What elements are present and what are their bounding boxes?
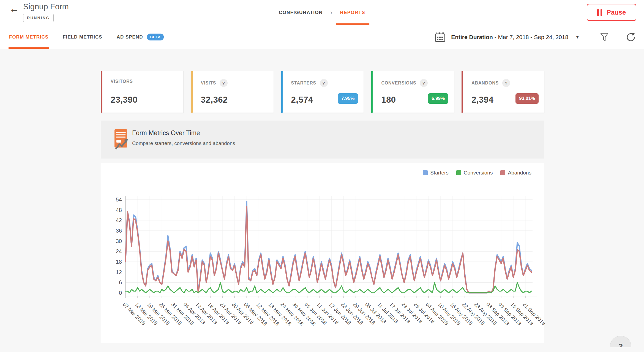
back-arrow-icon[interactable]: ←: [9, 4, 19, 14]
status-badge: RUNNING: [23, 14, 54, 22]
refresh-button[interactable]: [618, 25, 644, 49]
tab-field-metrics-label: FIELD METRICS: [63, 34, 102, 40]
metrics-line-chart: 07 Mar 201813 Mar 201819 Mar 201825 Mar …: [101, 163, 545, 343]
page-title: Signup Form: [23, 2, 69, 11]
tab-form-metrics[interactable]: FORM METRICS: [9, 25, 48, 49]
metrics-tabbar: FORM METRICS FIELD METRICS AD SPEND BETA…: [0, 25, 644, 49]
card-label: ABANDONS?: [471, 79, 510, 87]
date-range-text: Entire Duration - Mar 7, 2018 - Sep 24, …: [451, 34, 568, 40]
y-axis-label: 54: [116, 197, 122, 203]
percentage-badge: 93.01%: [515, 93, 539, 104]
card-value: 2,394: [471, 95, 493, 105]
tab-field-metrics[interactable]: FIELD METRICS: [63, 25, 102, 49]
help-question-icon[interactable]: ?: [320, 79, 328, 87]
y-axis-label: 36: [116, 228, 122, 234]
card-label-text: CONVERSIONS: [381, 81, 416, 86]
y-axis-label: 24: [116, 248, 122, 254]
card-value: 32,362: [201, 95, 228, 105]
filter-button[interactable]: [591, 25, 618, 49]
pause-icon: [597, 9, 602, 16]
breadcrumb-configuration[interactable]: CONFIGURATION: [279, 0, 323, 25]
pause-button[interactable]: Pause: [587, 4, 636, 21]
y-axis-label: 6: [119, 279, 122, 285]
y-axis-label: 18: [116, 259, 122, 265]
card-label: CONVERSIONS?: [381, 79, 428, 87]
tab-ad-spend-label: AD SPEND: [117, 34, 143, 40]
help-question-icon[interactable]: ?: [420, 79, 428, 87]
section-title: Form Metrics Over Time: [132, 129, 200, 137]
caret-down-icon: ▼: [575, 35, 579, 39]
breadcrumb-reports[interactable]: REPORTS: [340, 0, 365, 25]
card-label-text: ABANDONS: [471, 81, 499, 86]
help-bubble-clip: ?: [610, 336, 632, 347]
y-axis-label: 12: [116, 269, 122, 275]
series-line-starters: [125, 201, 531, 293]
card-label: VISITS?: [201, 79, 228, 87]
card-visits: VISITS? 32,362: [191, 71, 274, 113]
card-value: 23,390: [111, 95, 138, 105]
card-abandons: ABANDONS? 2,394 93.01%: [462, 71, 544, 113]
chevron-right-icon: ›: [330, 9, 332, 16]
card-visitors: VISITORS 23,390: [101, 71, 184, 113]
card-value: 180: [381, 95, 396, 105]
card-starters: STARTERS? 2,574 7.95%: [281, 71, 364, 113]
toolbar-right: Entire Duration - Mar 7, 2018 - Sep 24, …: [423, 25, 644, 49]
card-label-text: VISITORS: [111, 79, 133, 84]
card-label-text: STARTERS: [291, 81, 316, 86]
section-subtitle: Compare starters, conversions and abando…: [132, 140, 235, 146]
tab-ad-spend[interactable]: AD SPEND BETA: [117, 25, 164, 49]
help-button[interactable]: ?: [610, 336, 631, 347]
breadcrumb: CONFIGURATION › REPORTS: [279, 0, 365, 25]
card-label: STARTERS?: [291, 79, 328, 87]
report-content: VISITORS 23,390 VISITS? 32,362 STARTERS?…: [0, 49, 644, 343]
calendar-icon: [435, 32, 446, 42]
metric-cards-row: VISITORS 23,390 VISITS? 32,362 STARTERS?…: [101, 71, 544, 113]
series-line-conversions: [125, 282, 531, 293]
y-axis-label: 48: [116, 207, 122, 213]
tabs: FORM METRICS FIELD METRICS AD SPEND BETA: [0, 25, 164, 49]
form-metrics-chart-card: StartersConversionsAbandons 07 Mar 20181…: [101, 163, 544, 343]
filter-funnel-icon: [600, 33, 608, 42]
percentage-badge: 7.95%: [338, 93, 358, 104]
tab-form-metrics-label: FORM METRICS: [9, 34, 48, 40]
refresh-icon: [626, 32, 635, 42]
report-document-icon: [113, 128, 130, 151]
y-axis-label: 0: [119, 290, 122, 296]
card-conversions: CONVERSIONS? 180 6.99%: [371, 71, 454, 113]
date-range-label: Entire Duration -: [451, 34, 498, 40]
pause-label: Pause: [607, 9, 626, 16]
top-header: ← Signup Form RUNNING CONFIGURATION › RE…: [0, 0, 644, 25]
section-header-band: Form Metrics Over Time Compare starters,…: [101, 121, 544, 159]
help-question-icon[interactable]: ?: [502, 79, 510, 87]
card-label: VISITORS: [111, 79, 133, 84]
date-range-selector[interactable]: Entire Duration - Mar 7, 2018 - Sep 24, …: [423, 25, 591, 49]
y-axis-label: 42: [116, 217, 122, 223]
card-label-text: VISITS: [201, 81, 216, 86]
date-range-value: Mar 7, 2018 - Sep 24, 2018: [498, 34, 568, 40]
help-question-icon[interactable]: ?: [220, 79, 228, 87]
beta-badge: BETA: [147, 34, 163, 40]
percentage-badge: 6.99%: [428, 93, 448, 104]
y-axis-label: 30: [116, 238, 122, 244]
card-value: 2,574: [291, 95, 313, 105]
